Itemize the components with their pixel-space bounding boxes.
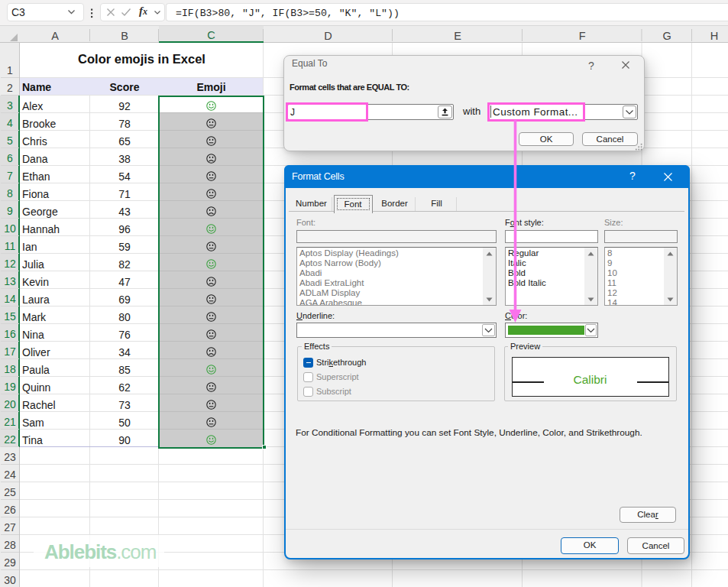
svg-text:19: 19 [4,381,16,393]
svg-text:27: 27 [4,521,16,533]
svg-text:5: 5 [7,135,13,147]
svg-text:12: 12 [4,258,16,270]
svg-text:6: 6 [7,152,13,164]
svg-text:28: 28 [4,539,16,551]
svg-text:17: 17 [4,345,16,358]
svg-text:18: 18 [4,363,16,375]
svg-text:20: 20 [4,398,16,410]
svg-text:3: 3 [7,99,13,112]
svg-text:23: 23 [4,451,16,463]
svg-text:9: 9 [7,205,13,217]
svg-text:30: 30 [4,574,16,586]
svg-text:1: 1 [7,64,13,76]
svg-text:24: 24 [4,469,16,481]
svg-text:14: 14 [4,293,16,305]
svg-text:11: 11 [5,240,16,252]
svg-text:29: 29 [4,556,16,569]
svg-text:7: 7 [7,170,13,182]
svg-text:22: 22 [4,433,16,446]
svg-text:10: 10 [4,222,16,235]
svg-text:16: 16 [4,328,16,340]
svg-text:2: 2 [7,82,13,94]
svg-text:21: 21 [4,416,16,428]
svg-text:8: 8 [7,187,13,199]
svg-text:26: 26 [4,504,16,516]
svg-text:13: 13 [4,275,16,287]
svg-text:25: 25 [4,486,16,498]
svg-text:15: 15 [4,310,16,323]
svg-text:4: 4 [7,117,13,129]
